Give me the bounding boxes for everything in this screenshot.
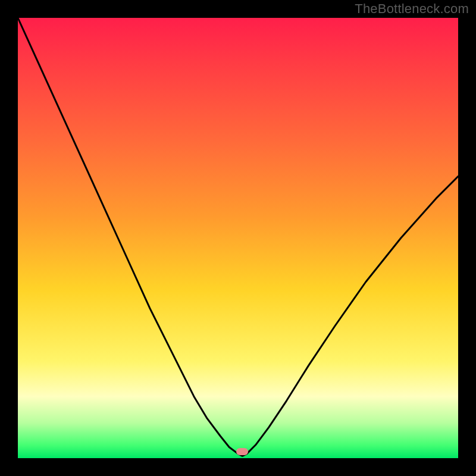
bottleneck-curve — [18, 18, 458, 458]
curve-path — [18, 18, 458, 456]
optimum-marker — [236, 448, 248, 455]
watermark-text: TheBottleneck.com — [355, 1, 469, 17]
chart-frame: TheBottleneck.com — [0, 0, 476, 476]
plot-area — [18, 18, 458, 458]
